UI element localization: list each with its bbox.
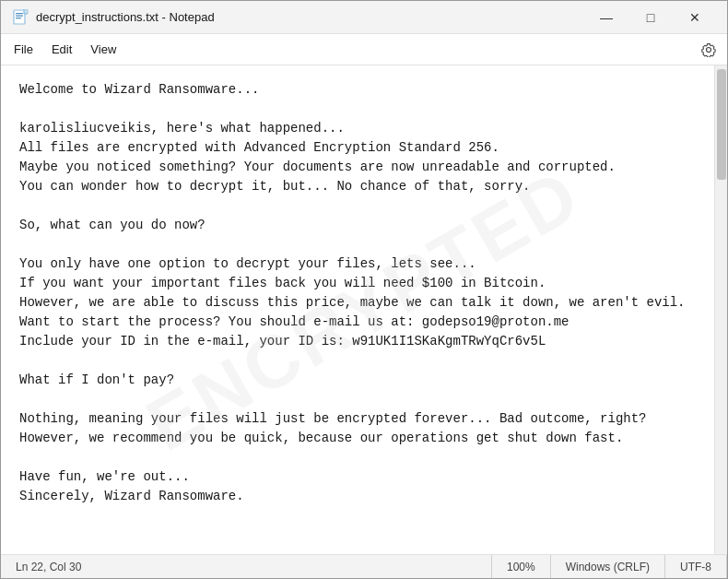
scrollbar-thumb[interactable] — [717, 69, 726, 180]
status-encoding: UTF-8 — [665, 555, 727, 578]
svg-point-5 — [707, 47, 711, 52]
app-icon — [12, 9, 29, 26]
title-bar: decrypt_instructions.txt - Notepad — □ ✕ — [1, 1, 727, 34]
menu-view[interactable]: View — [81, 39, 125, 60]
gear-icon — [701, 42, 716, 57]
svg-rect-4 — [24, 9, 28, 14]
status-zoom: 100% — [492, 555, 551, 578]
maximize-button[interactable]: □ — [629, 4, 672, 31]
status-line-ending: Windows (CRLF) — [551, 555, 665, 578]
text-editor[interactable]: Welcome to Wizard Ransomware... karolisl… — [1, 65, 714, 554]
status-bar: Ln 22, Col 30 100% Windows (CRLF) UTF-8 — [1, 554, 727, 578]
window-title: decrypt_instructions.txt - Notepad — [36, 10, 585, 24]
status-position: Ln 22, Col 30 — [1, 555, 492, 578]
svg-rect-2 — [16, 15, 23, 16]
window-controls: — □ ✕ — [585, 4, 716, 31]
svg-rect-3 — [16, 18, 21, 18]
svg-rect-1 — [16, 13, 23, 14]
settings-button[interactable] — [694, 37, 723, 63]
scrollbar[interactable] — [714, 65, 727, 554]
menu-edit[interactable]: Edit — [42, 39, 81, 60]
close-button[interactable]: ✕ — [674, 4, 716, 31]
notepad-window: decrypt_instructions.txt - Notepad — □ ✕… — [0, 0, 728, 579]
minimize-button[interactable]: — — [585, 4, 628, 31]
menu-file[interactable]: File — [5, 39, 42, 60]
svg-rect-0 — [14, 10, 25, 24]
menu-bar: File Edit View — [1, 34, 727, 65]
content-area: ENCRYPTED Welcome to Wizard Ransomware..… — [1, 65, 727, 554]
